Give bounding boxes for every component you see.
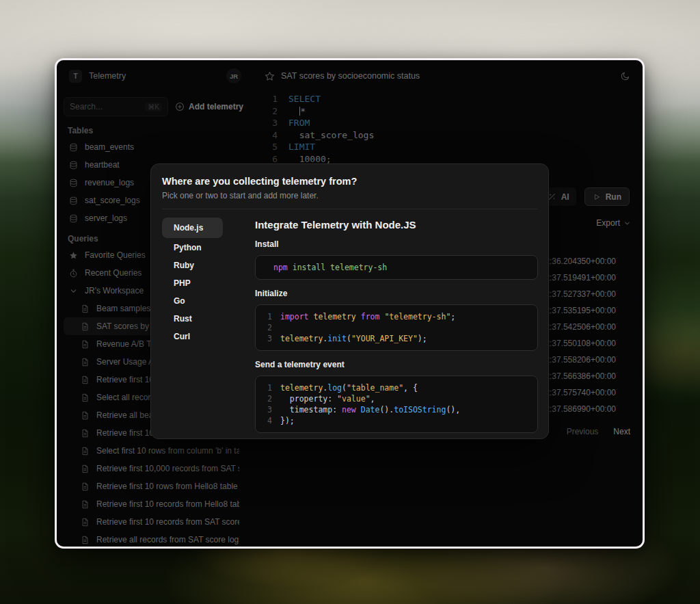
- line-number: 1: [256, 311, 272, 322]
- code-line: 2: [256, 322, 537, 333]
- initialize-code-block[interactable]: 1import telemetry from "telemetry-sh";23…: [255, 304, 538, 351]
- code-line: 3 timestamp: new Date().toISOString(),: [256, 404, 537, 415]
- line-number: 1: [256, 382, 272, 393]
- code-line: npm install telemetry-sh: [265, 262, 528, 273]
- modal-subtitle: Pick one or two to start and add more la…: [162, 191, 537, 200]
- integration-heading: Integrate Telemetry with Node.JS: [255, 219, 538, 231]
- install-label: Install: [255, 239, 538, 249]
- initialize-label: Initialize: [255, 289, 538, 298]
- line-number: 3: [256, 404, 272, 415]
- code-line: 4});: [256, 415, 537, 426]
- line-number: 4: [256, 415, 272, 426]
- modal-title: Where are you collecting telemetry from?: [162, 176, 537, 187]
- language-tabs: Node.jsPythonRubyPHPGoRustCurl: [162, 218, 223, 433]
- tab-curl[interactable]: Curl: [162, 328, 223, 345]
- code-text: timestamp: new Date().toISOString(),: [280, 404, 460, 415]
- code-text: import telemetry from "telemetry-sh";: [280, 311, 455, 322]
- telemetry-source-modal: Where are you collecting telemetry from?…: [150, 163, 549, 439]
- send-event-label: Send a telemetry event: [255, 360, 538, 369]
- code-line: 2 property: "value",: [256, 393, 537, 404]
- code-text: });: [280, 415, 295, 426]
- line-number: 3: [256, 333, 272, 344]
- line-number: 2: [256, 393, 272, 404]
- code-text: telemetry.init("YOUR_API_KEY");: [280, 333, 427, 344]
- line-number: 2: [256, 322, 272, 333]
- install-code-block[interactable]: npm install telemetry-sh: [255, 255, 538, 280]
- tab-node-js[interactable]: Node.js: [162, 218, 223, 238]
- tab-rust[interactable]: Rust: [162, 310, 223, 328]
- code-line: 3telemetry.init("YOUR_API_KEY");: [256, 333, 537, 344]
- tab-ruby[interactable]: Ruby: [162, 257, 223, 274]
- code-text: telemetry.log("table_name", {: [280, 382, 418, 393]
- send-event-code-block[interactable]: 1telemetry.log("table_name", {2 property…: [255, 376, 538, 433]
- code-text: npm install telemetry-sh: [273, 262, 387, 273]
- code-line: 1import telemetry from "telemetry-sh";: [256, 311, 537, 322]
- code-line: 1telemetry.log("table_name", {: [256, 382, 537, 393]
- tab-go[interactable]: Go: [162, 292, 223, 310]
- code-text: property: "value",: [280, 393, 375, 404]
- tab-php[interactable]: PHP: [162, 274, 223, 292]
- tab-python[interactable]: Python: [162, 239, 223, 257]
